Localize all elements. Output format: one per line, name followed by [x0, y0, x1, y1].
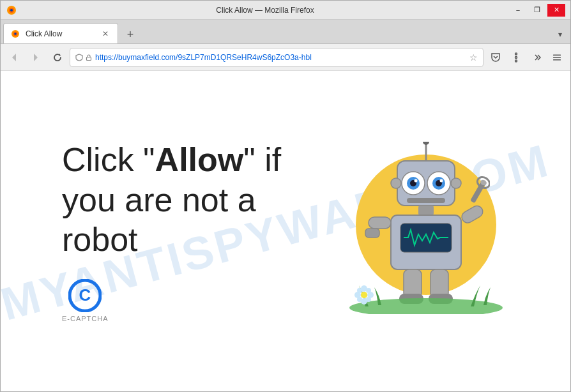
navigation-bar: https://buymaxfield.com/9sZLP7mD1QRSeHR4… — [1, 44, 570, 71]
shield-icon — [75, 54, 83, 61]
page-content: MYANTISPYWARE.COM Click "Allow" if you a… — [1, 71, 570, 391]
svg-point-26 — [415, 179, 418, 182]
nav-right-actions — [486, 48, 567, 67]
browser-window: Click Allow — Mozilla Firefox − ❐ ✕ Clic… — [0, 0, 571, 392]
svg-text:C: C — [79, 285, 91, 305]
ecaptcha-badge: C E-CAPTCHA — [62, 279, 109, 322]
bookmark-star-icon[interactable]: ☆ — [469, 52, 478, 63]
svg-point-50 — [357, 288, 362, 293]
svg-marker-6 — [12, 54, 16, 61]
svg-rect-8 — [87, 57, 91, 60]
svg-rect-13 — [553, 57, 561, 58]
tab-favicon — [10, 29, 20, 39]
svg-point-52 — [357, 297, 362, 302]
extensions-overflow-button[interactable] — [527, 48, 546, 67]
titlebar: Click Allow — Mozilla Firefox − ❐ ✕ — [1, 1, 570, 20]
tab-title: Click Allow — [26, 29, 95, 38]
svg-point-51 — [366, 288, 371, 293]
svg-rect-35 — [365, 229, 379, 237]
tab-close-button[interactable]: ✕ — [100, 28, 111, 40]
svg-point-27 — [440, 179, 443, 182]
active-tab[interactable]: Click Allow ✕ — [3, 23, 118, 43]
flower-svg — [353, 283, 376, 306]
main-layout: Click "Allow" if you are not a robot C E… — [24, 127, 547, 335]
reload-button[interactable] — [48, 48, 67, 67]
window-title: Click Allow — Mozilla Firefox — [21, 6, 509, 15]
window-controls: − ❐ ✕ — [509, 4, 565, 17]
ecaptcha-label: E-CAPTCHA — [62, 315, 109, 322]
svg-point-11 — [515, 60, 517, 62]
ecaptcha-icon: C — [68, 279, 102, 312]
url-security-icons — [75, 54, 93, 61]
page-actions-button[interactable] — [506, 48, 526, 67]
pocket-button[interactable] — [486, 48, 505, 67]
firefox-icon — [6, 4, 17, 16]
lock-icon — [85, 54, 93, 61]
svg-rect-31 — [418, 206, 434, 215]
close-button[interactable]: ✕ — [547, 4, 565, 17]
minimize-button[interactable]: − — [509, 4, 527, 17]
svg-rect-34 — [369, 217, 391, 229]
url-text: https://buymaxfield.com/9sZLP7mD1QRSeHR4… — [95, 53, 467, 62]
svg-rect-14 — [553, 59, 561, 61]
captcha-allow-word: Allow — [155, 141, 244, 178]
svg-point-53 — [366, 297, 371, 302]
svg-marker-7 — [34, 54, 38, 61]
url-bar[interactable]: https://buymaxfield.com/9sZLP7mD1QRSeHR4… — [70, 48, 483, 67]
svg-point-9 — [515, 53, 517, 55]
svg-point-5 — [14, 33, 17, 35]
svg-point-30 — [451, 178, 461, 188]
robot-illustration — [343, 142, 509, 320]
svg-point-10 — [515, 56, 517, 58]
left-section: Click "Allow" if you are not a robot C E… — [62, 140, 281, 322]
captcha-message: Click "Allow" if you are not a robot — [62, 140, 281, 259]
forward-button[interactable] — [26, 48, 45, 67]
svg-rect-36 — [460, 204, 485, 225]
restore-button[interactable]: ❐ — [528, 4, 546, 17]
captcha-text-line2: you are not a — [62, 181, 256, 218]
back-button[interactable] — [4, 48, 24, 67]
svg-point-54 — [361, 292, 367, 298]
tab-bar: Click Allow ✕ + ▾ — [1, 20, 570, 44]
svg-point-18 — [423, 142, 429, 145]
svg-point-29 — [391, 178, 401, 188]
tab-list-button[interactable]: ▾ — [552, 26, 568, 43]
svg-point-2 — [10, 9, 13, 11]
captcha-text-line1: Click "Allow" if — [62, 141, 281, 178]
svg-rect-12 — [553, 54, 561, 56]
new-tab-button[interactable]: + — [121, 26, 140, 43]
captcha-text-line3: robot — [62, 221, 138, 258]
svg-rect-28 — [407, 198, 445, 203]
hamburger-menu-button[interactable] — [547, 48, 567, 67]
